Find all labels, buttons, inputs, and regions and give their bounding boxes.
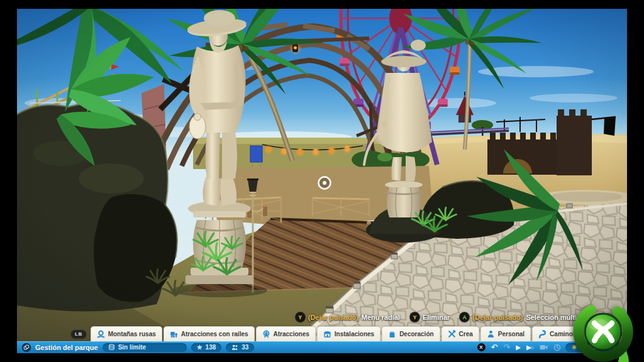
tab-label: Atracciones [274,331,309,337]
button-y-icon: Y [296,312,305,322]
shop-icon [323,330,331,338]
playback-controls: X ↶ ↷ ▶ ▶» [477,343,562,351]
tab-label: Instalaciones [335,331,374,337]
game-scene[interactable] [17,9,627,353]
x-button-icon: X [477,343,486,351]
star-icon: ★ [197,344,203,351]
rating-value: 138 [206,344,216,351]
tab-atracciones[interactable]: Atracciones [256,326,316,341]
camera-button[interactable] [540,344,548,351]
tab-montanas-rusas[interactable]: Montañas rusas [91,326,162,341]
build-menu-tab-bar: LB Montañas rusasAtracciones con raílesA… [17,326,627,341]
view-button-icon[interactable] [22,343,31,352]
hint-label: Menú radial [362,314,400,321]
status-bar: Gestión del parque Sin límite ★ 138 33 X… [17,341,627,353]
guests-pill[interactable]: 33 [226,343,254,352]
shoulder-button-lb[interactable]: LB [71,330,86,338]
tab-personal[interactable]: Personal [480,326,531,341]
path-icon [538,330,547,338]
tab-label: Crea [459,331,473,337]
game-speed-button[interactable] [553,344,561,351]
button-y-icon: Y [410,312,419,322]
xbox-logo-watermark [567,293,641,362]
game-viewport[interactable]: Y(Dejar pulsado)Menú radialYEliminarA(De… [17,9,627,353]
tab-label: Decoración [399,331,433,337]
guests-value: 33 [242,344,248,351]
tab-crea[interactable]: Crea [441,326,479,341]
screen: Y(Dejar pulsado)Menú radialYEliminarA(De… [0,0,644,362]
tab-decoracion[interactable]: Decoración [382,326,440,341]
play-button[interactable]: ▶ [516,344,521,351]
guests-icon [231,344,238,351]
fast-forward-button[interactable]: ▶» [526,344,534,351]
tab-label: Personal [498,331,525,337]
tab-instalaciones[interactable]: Instalaciones [317,326,380,341]
train-icon [170,330,178,338]
coins-icon [108,344,115,351]
hint-label: Eliminar [423,314,450,321]
coaster-icon [97,330,105,338]
person-icon [487,330,495,338]
selection-cursor [319,177,331,189]
hint-hold-text: (Dejar pulsado) [308,314,358,321]
hint-menu-radial: Y(Dejar pulsado)Menú radial [296,312,400,322]
button-a-icon: A [460,312,469,322]
money-value: Sin límite [118,344,146,351]
ferris-wheel-icon [262,330,270,338]
money-pill[interactable]: Sin límite [103,343,187,352]
controller-hints: Y(Dejar pulsado)Menú radialYEliminarA(De… [296,312,587,322]
hint-eliminar: YEliminar [410,312,450,322]
redo-button[interactable]: ↷ [503,343,510,351]
tab-list: Montañas rusasAtracciones con raílesAtra… [91,326,627,341]
castle-icon [388,330,396,338]
rating-pill[interactable]: ★ 138 [191,343,222,352]
tools-icon [448,330,456,338]
hint-hold-text: (Dejar pulsado) [472,314,523,321]
tab-atracciones-con-railes[interactable]: Atracciones con raíles [164,326,255,341]
park-management-button[interactable]: Gestión del parque [35,344,98,351]
tab-label: Montañas rusas [108,331,156,337]
undo-button[interactable]: ↶ [491,343,498,351]
tab-label: Atracciones con raíles [181,331,248,337]
